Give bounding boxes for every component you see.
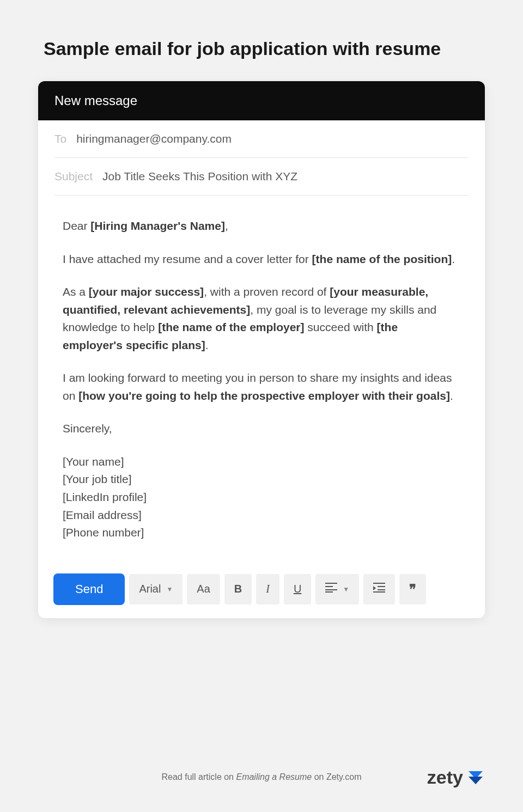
body-text: . xyxy=(450,389,453,402)
to-field-row: To hiringmanager@company.com xyxy=(54,120,469,158)
font-label: Arial xyxy=(139,583,161,595)
body-text: succeed with xyxy=(305,321,377,333)
body-text: , with a proven record of xyxy=(204,285,330,298)
body-text: . xyxy=(205,339,209,351)
page-title: Sample email for job application with re… xyxy=(0,0,523,81)
to-input[interactable]: hiringmanager@company.com xyxy=(76,132,232,145)
sig-email: [Email address] xyxy=(63,509,142,521)
subject-label: Subject xyxy=(54,170,93,183)
chevron-down-icon: ▼ xyxy=(343,585,349,593)
font-select[interactable]: Arial ▼ xyxy=(129,574,183,605)
sig-linkedin: [LinkedIn profile] xyxy=(63,491,147,503)
chevron-down-icon: ▼ xyxy=(166,585,173,593)
footer-text: Read full article on Emailing a Resume o… xyxy=(162,772,362,782)
placeholder-hiring-manager: [Hiring Manager's Name] xyxy=(90,219,225,232)
bold-button[interactable]: B xyxy=(224,574,252,605)
indent-button[interactable] xyxy=(363,574,395,605)
zety-logo: zety xyxy=(427,767,485,788)
placeholder-position-name: [the name of the position] xyxy=(312,253,452,265)
email-body[interactable]: Dear [Hiring Manager's Name], I have att… xyxy=(54,196,469,553)
zety-logo-icon xyxy=(466,768,485,786)
placeholder-how-help: [how you're going to help the prospectiv… xyxy=(78,389,450,402)
subject-input[interactable]: Job Title Seeks This Position with XYZ xyxy=(102,170,297,183)
body-text: , xyxy=(225,219,228,232)
italic-button[interactable]: I xyxy=(256,574,279,605)
compose-header: New message xyxy=(38,81,485,120)
signoff: Sincerely, xyxy=(63,420,460,438)
underline-button[interactable]: U xyxy=(284,574,311,605)
to-label: To xyxy=(54,132,66,145)
footer: Read full article on Emailing a Resume o… xyxy=(0,772,523,782)
quote-icon: ❞ xyxy=(409,582,416,597)
placeholder-major-success: [your major success] xyxy=(89,285,204,298)
sig-job-title: [Your job title] xyxy=(63,473,131,485)
body-text: Dear xyxy=(63,219,90,232)
subject-field-row: Subject Job Title Seeks This Position wi… xyxy=(54,158,469,196)
compose-toolbar: Send Arial ▼ Aa B I U ▼ ❞ xyxy=(38,564,485,618)
quote-button[interactable]: ❞ xyxy=(399,574,426,605)
font-size-button[interactable]: Aa xyxy=(187,574,220,605)
sig-name: [Your name] xyxy=(63,455,124,468)
align-button[interactable]: ▼ xyxy=(315,574,359,605)
article-link[interactable]: Emailing a Resume xyxy=(236,772,312,782)
body-text: . xyxy=(452,253,455,265)
send-button[interactable]: Send xyxy=(53,573,125,605)
compose-window: New message To hiringmanager@company.com… xyxy=(38,81,485,618)
indent-icon xyxy=(373,583,385,595)
body-text: As a xyxy=(63,285,89,298)
align-left-icon xyxy=(325,583,337,595)
placeholder-employer-name: [the name of the employer] xyxy=(158,321,304,333)
body-text: I have attached my resume and a cover le… xyxy=(63,253,312,265)
sig-phone: [Phone number] xyxy=(63,526,144,539)
